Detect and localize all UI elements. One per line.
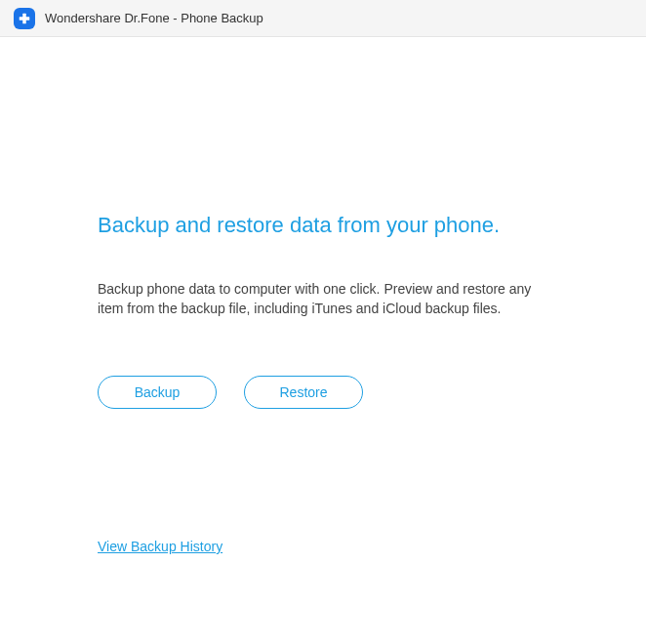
page-description: Backup phone data to computer with one c… xyxy=(98,279,546,319)
restore-button[interactable]: Restore xyxy=(244,376,363,409)
app-icon xyxy=(14,8,35,29)
svg-rect-1 xyxy=(20,17,30,20)
main-content: Backup and restore data from your phone.… xyxy=(0,37,646,409)
page-headline: Backup and restore data from your phone. xyxy=(98,213,548,238)
titlebar: Wondershare Dr.Fone - Phone Backup xyxy=(0,0,646,37)
backup-button[interactable]: Backup xyxy=(98,376,217,409)
plus-icon xyxy=(18,12,31,25)
window-title: Wondershare Dr.Fone - Phone Backup xyxy=(45,11,263,25)
action-buttons: Backup Restore xyxy=(98,376,548,409)
view-backup-history-link[interactable]: View Backup History xyxy=(98,539,222,554)
